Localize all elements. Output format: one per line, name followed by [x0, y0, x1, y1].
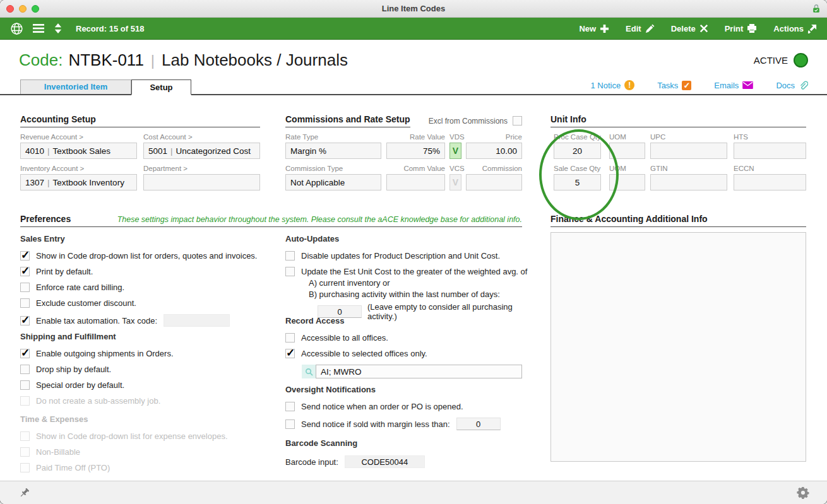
margin-threshold-input[interactable] [456, 418, 501, 430]
delete-button[interactable]: Delete [671, 23, 708, 33]
group-title: Auto-Updates [285, 234, 528, 243]
checkbox-row: Disable updates for Product Description … [285, 251, 528, 261]
checkbox[interactable] [20, 251, 30, 261]
sales-entry-group: Sales Entry Show in Code drop-down list … [20, 234, 273, 333]
sale-case-qty-field[interactable]: 5 [554, 174, 601, 190]
uom-field[interactable] [609, 143, 645, 159]
office-search-icon[interactable] [302, 365, 316, 378]
envelope-icon [742, 81, 753, 89]
upc-field[interactable] [650, 143, 727, 159]
tasks-link[interactable]: Tasks ✓ [657, 80, 691, 90]
checkbox[interactable] [20, 380, 30, 390]
checkbox[interactable] [285, 267, 295, 276]
cost-account-label[interactable]: Cost Account > [143, 133, 260, 141]
excl-commissions-label: Excl from Commissions [429, 117, 508, 126]
commission-type-field[interactable]: Not Applicable [285, 174, 381, 190]
tab-inventoried-item[interactable]: Inventoried Item [20, 79, 131, 94]
new-button[interactable]: New [579, 23, 609, 33]
checkbox[interactable] [20, 365, 30, 374]
group-title: Barcode Scanning [285, 438, 525, 448]
notices-link[interactable]: 1 Notice ! [590, 80, 634, 90]
pushpin-icon [18, 486, 31, 500]
department-label[interactable]: Department > [143, 165, 260, 172]
eccn-field[interactable] [734, 174, 806, 190]
docs-link[interactable]: Docs [776, 80, 808, 90]
group-title: Record Access [285, 316, 522, 325]
tab-links: 1 Notice ! Tasks ✓ Emails Docs [590, 80, 808, 90]
group-title: Oversight Notifications [285, 385, 525, 394]
time-expenses-group: Time & Expenses Show in Code drop-down l… [20, 414, 273, 479]
uom-field[interactable] [609, 174, 645, 190]
checkbox[interactable] [285, 419, 295, 429]
code-value: NTBK-011 [68, 50, 143, 70]
checkbox-row: Drop ship by default. [20, 365, 273, 374]
revenue-account-label[interactable]: Revenue Account > [20, 133, 137, 141]
emails-link[interactable]: Emails [714, 80, 753, 90]
list-view-icon[interactable] [33, 24, 44, 33]
status-dot-icon[interactable] [794, 53, 808, 67]
edit-button[interactable]: Edit [626, 23, 655, 33]
paperclip-icon [799, 81, 808, 90]
checkbox[interactable] [285, 349, 295, 358]
proc-case-qty-field[interactable]: 20 [554, 143, 601, 159]
inventory-account-label[interactable]: Inventory Account > [20, 165, 137, 172]
finance-info-section: Finance & Accounting Additional Info [550, 214, 806, 462]
hts-field[interactable] [734, 143, 806, 159]
app-window: Line Item Codes Record: 15 of 518 New [0, 0, 827, 504]
checkbox[interactable] [20, 298, 30, 308]
group-title: Time & Expenses [20, 414, 273, 424]
checkbox-row: Enforce rate card billing. [20, 283, 273, 292]
finance-info-textarea[interactable] [550, 232, 806, 462]
checkbox[interactable] [285, 251, 295, 261]
gtin-field[interactable] [650, 174, 727, 190]
checkbox[interactable] [285, 333, 295, 343]
record-counter: Record: 15 of 518 [76, 24, 144, 33]
rate-type-field[interactable]: Margin % [285, 143, 381, 159]
pin-button[interactable] [18, 486, 31, 500]
lock-icon[interactable] [812, 4, 820, 16]
excl-commissions-checkbox[interactable] [513, 116, 522, 126]
commissions-section: Commissions and Rate Setup Excl from Com… [285, 114, 522, 190]
print-button[interactable]: Print [725, 23, 758, 33]
commission-field[interactable] [466, 174, 522, 190]
price-field[interactable]: 10.00 [466, 143, 522, 159]
rate-value-field[interactable]: 75% [386, 143, 445, 159]
barcode-input[interactable] [345, 455, 425, 468]
checkbox[interactable] [285, 402, 295, 411]
vcs-label: VCS [449, 165, 461, 172]
department-field[interactable] [143, 174, 260, 190]
sale-case-qty-label: Sale Case Qty [554, 165, 601, 172]
checkbox[interactable] [20, 349, 30, 358]
tax-code-input[interactable] [164, 314, 230, 327]
checkbox[interactable] [20, 267, 30, 276]
record-sort-arrows-icon[interactable] [54, 23, 62, 34]
actions-button[interactable]: Actions [773, 23, 817, 33]
checkbox-row: Non-Billable [20, 447, 273, 457]
vds-validation-button[interactable]: V [449, 143, 461, 159]
upc-label: UPC [650, 133, 727, 141]
unit-info-section: Unit Info Proc Case Qty UOM UPC HTS 20 S… [550, 114, 806, 190]
section-title: Commissions and Rate Setup [285, 114, 410, 127]
cost-account-field[interactable]: 5001 | Uncategorized Cost [143, 143, 260, 159]
checkbox[interactable] [20, 316, 30, 325]
checkbox [20, 463, 30, 472]
settings-button[interactable] [797, 486, 809, 499]
hts-label: HTS [734, 133, 806, 141]
comm-value-label: Comm Value [386, 165, 445, 172]
checkbox [20, 447, 30, 457]
module-globe-icon[interactable] [10, 22, 23, 35]
proc-case-qty-label: Proc Case Qty [554, 133, 601, 141]
checkbox[interactable] [20, 283, 30, 292]
checkbox-row: Print by default. [20, 267, 273, 276]
comm-value-field[interactable] [386, 174, 445, 190]
offices-input[interactable] [316, 365, 522, 378]
header-separator: | [151, 52, 155, 69]
checkbox-row: Accessible to selected offices only. [285, 349, 522, 358]
vcs-validation-button[interactable]: V [449, 174, 461, 190]
section-title: Accounting Setup [20, 114, 260, 127]
inventory-account-field[interactable]: 1307 | Textbook Inventory [20, 174, 137, 190]
tab-setup[interactable]: Setup [131, 79, 191, 95]
checkbox [20, 396, 30, 406]
revenue-account-field[interactable]: 4010 | Textbook Sales [20, 143, 137, 159]
main-toolbar: Record: 15 of 518 New Edit Delete Print … [0, 18, 827, 40]
